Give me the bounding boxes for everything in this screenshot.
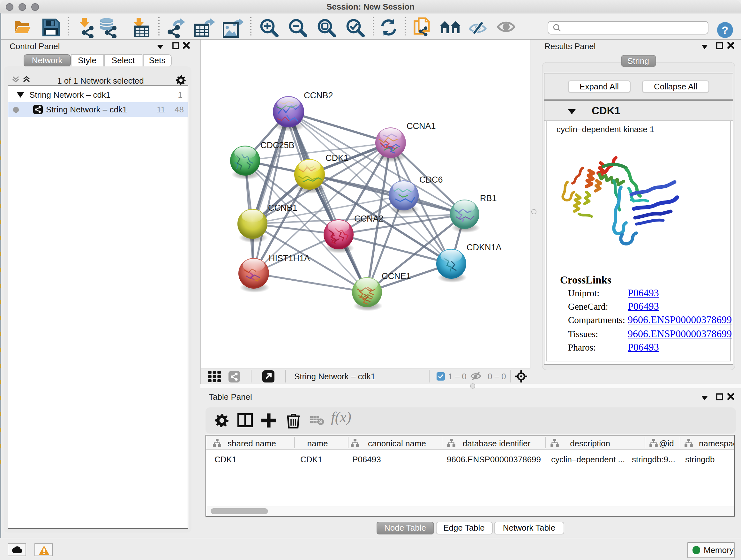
svg-text:CCNE1: CCNE1 [382,271,411,281]
svg-text:CCNB2: CCNB2 [304,91,333,100]
svg-text:CCNA2: CCNA2 [354,214,384,224]
svg-text:RB1: RB1 [480,193,497,203]
svg-text:CDC25B: CDC25B [260,140,294,150]
svg-text:CCNA1: CCNA1 [407,121,436,131]
svg-text:CDC6: CDC6 [419,175,443,185]
svg-text:CDKN1A: CDKN1A [467,243,502,252]
svg-text:CDK1: CDK1 [326,153,348,163]
svg-text:CCNB1: CCNB1 [268,203,297,212]
svg-text:HIST1H1A: HIST1H1A [269,253,310,263]
svg-text:?: ? [722,24,729,36]
